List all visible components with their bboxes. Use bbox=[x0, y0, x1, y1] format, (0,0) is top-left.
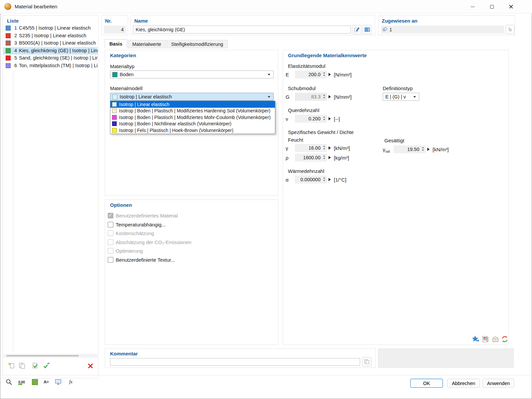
decimal-places-icon: 0,00 bbox=[18, 380, 25, 384]
rho-field[interactable]: 1600.00 bbox=[295, 154, 327, 162]
rename-button[interactable] bbox=[352, 25, 361, 34]
formula-button[interactable]: fx bbox=[66, 378, 75, 386]
list-item-label: Ton, mittelplastisch (TM) | Isotrop | Li… bbox=[19, 63, 98, 68]
material-color-swatch bbox=[6, 63, 11, 68]
material-color-swatch bbox=[6, 33, 11, 38]
gamma-sat-field[interactable]: 19.50 bbox=[394, 145, 426, 153]
spinner-arrows-icon[interactable] bbox=[323, 72, 325, 76]
tab-basis[interactable]: Basis bbox=[105, 39, 127, 48]
color-settings-button[interactable] bbox=[31, 378, 39, 386]
tab-materialwerte[interactable]: Materialwerte bbox=[128, 40, 166, 48]
dropdown-option-selected[interactable]: Isotrop | Linear elastisch bbox=[110, 101, 275, 108]
select-objects-button[interactable] bbox=[505, 25, 514, 34]
elastizitaetsmodul-label: Elastizitätsmodul bbox=[288, 63, 326, 69]
list-item[interactable]: 2 S235 | Isotrop | Linear elastisch bbox=[3, 32, 98, 40]
list-item[interactable]: 3 B500S(A) | Isotrop | Linear elastisch bbox=[3, 40, 98, 47]
g-unit: [N/mm²] bbox=[334, 94, 351, 100]
dropdown-option[interactable]: Isotrop | Boden | Nichtlinear elastisch … bbox=[110, 121, 275, 127]
dropdown-option[interactable]: Isotrop | Boden | Plastisch | Modifizier… bbox=[110, 108, 275, 114]
apply-button[interactable]: Anwenden bbox=[483, 379, 514, 388]
checkbox-benutzerdefinierte-textur[interactable] bbox=[108, 257, 113, 263]
material-library-button[interactable] bbox=[362, 25, 372, 34]
option-label: Isotrop | Boden | Nichtlinear elastisch … bbox=[119, 121, 231, 126]
materialmodell-combobox[interactable]: Isotrop | Linear elastisch bbox=[110, 93, 274, 101]
name-label: Name bbox=[134, 18, 148, 24]
g-symbol: G bbox=[286, 94, 290, 100]
kommentar-box: Kommentar bbox=[105, 348, 376, 368]
search-button[interactable] bbox=[5, 378, 13, 386]
nr-label: Nr. bbox=[105, 18, 112, 24]
close-button[interactable] bbox=[503, 0, 519, 13]
detail-arrow-button[interactable] bbox=[329, 95, 331, 98]
formula-fx-icon: fx bbox=[69, 379, 72, 385]
scrollbar-thumb[interactable] bbox=[6, 355, 79, 356]
minimize-button[interactable] bbox=[465, 0, 480, 13]
gamma-field[interactable]: 16.00 bbox=[295, 144, 327, 152]
list-item[interactable]: 6 Ton, mittelplastisch (TM) | Isotrop | … bbox=[3, 62, 98, 69]
ok-button[interactable]: OK bbox=[410, 379, 443, 388]
chevron-down-icon bbox=[268, 96, 270, 98]
detail-arrow-button[interactable] bbox=[329, 117, 331, 120]
material-catalog-button[interactable] bbox=[481, 335, 490, 343]
kennwerte-heading: Grundlegende Materialkennwerte bbox=[288, 53, 367, 58]
material-color-swatch bbox=[6, 26, 11, 31]
checkbox-label: Abschätzung der CO₂-Emissionen bbox=[116, 239, 192, 245]
assigned-group: Zugewiesen an 1 bbox=[378, 15, 515, 35]
detail-arrow-button[interactable] bbox=[329, 73, 331, 76]
materialtyp-combobox[interactable]: Boden bbox=[110, 70, 274, 78]
close-icon bbox=[509, 4, 513, 9]
materialmodell-value: Isotrop | Linear elastisch bbox=[120, 94, 172, 99]
spinner-arrows-icon[interactable] bbox=[422, 147, 424, 151]
kommentar-copy-button[interactable] bbox=[362, 357, 371, 366]
spinner-arrows-icon[interactable] bbox=[323, 146, 325, 150]
e-modulus-field[interactable]: 200.0 bbox=[295, 70, 327, 78]
spinner-arrows-icon[interactable] bbox=[323, 155, 325, 159]
sync-colors-button[interactable] bbox=[500, 335, 509, 343]
favorites-add-button[interactable] bbox=[471, 335, 480, 343]
list-item-selected[interactable]: 4 Kies, gleichkörnig (GE) | Isotrop | Li… bbox=[3, 47, 98, 55]
checkbox-label: Benutzerdefiniertes Material bbox=[116, 213, 178, 218]
package-button[interactable] bbox=[491, 335, 500, 343]
list-item[interactable]: 1 C45/55 | Isotrop | Linear elastisch bbox=[3, 25, 98, 32]
detail-arrow-button[interactable] bbox=[329, 156, 331, 159]
new-material-icon bbox=[8, 362, 15, 369]
definitionstyp-combobox[interactable]: E | (G) | ν bbox=[383, 93, 419, 101]
list-item[interactable]: 5 Sand, gleichkörnig (SE) | Isotrop | Li… bbox=[3, 55, 98, 62]
poisson-field[interactable]: 0.200 bbox=[295, 115, 327, 123]
display-settings-button[interactable] bbox=[54, 378, 63, 386]
tab-steifigkeitsmodifizierung[interactable]: Steifigkeitsmodifizierung bbox=[167, 40, 228, 48]
spinner-arrows-icon[interactable] bbox=[323, 116, 325, 120]
spinner-arrows-icon[interactable] bbox=[323, 177, 325, 181]
detail-arrow-button[interactable] bbox=[427, 148, 430, 151]
checkbox-temperaturabhaengig[interactable] bbox=[108, 222, 113, 227]
maximize-button[interactable] bbox=[484, 0, 499, 13]
cancel-button[interactable]: Abbrechen bbox=[447, 379, 480, 388]
option-label: Isotrop | Boden | Plastisch | Modifizier… bbox=[119, 115, 271, 120]
copy-material-button[interactable] bbox=[18, 361, 26, 370]
minimize-icon bbox=[471, 7, 474, 7]
import-material-button[interactable] bbox=[31, 361, 40, 370]
dropdown-option[interactable]: Isotrop | Boden | Plastisch | Modifizier… bbox=[110, 114, 275, 121]
materialtyp-swatch bbox=[112, 72, 117, 77]
rho-value: 1600.00 bbox=[303, 155, 321, 160]
new-material-button[interactable] bbox=[7, 361, 16, 370]
decimal-places-button[interactable]: 0,00 bbox=[17, 378, 26, 386]
nr-group: Nr. 4 bbox=[101, 15, 128, 35]
assigned-value: 1 bbox=[389, 27, 392, 32]
delete-material-button[interactable] bbox=[86, 361, 95, 370]
detail-arrow-button[interactable] bbox=[329, 178, 331, 181]
dropdown-option[interactable]: Isotrop | Fels | Plastisch | Hoek-Brown … bbox=[110, 127, 275, 134]
transfer-material-button[interactable] bbox=[42, 361, 51, 370]
definitionstyp-label: Definitionstyp bbox=[383, 85, 413, 91]
package-box-icon bbox=[491, 335, 499, 343]
units-settings-button[interactable]: A= bbox=[42, 378, 51, 386]
kommentar-input[interactable] bbox=[110, 358, 360, 366]
gewicht-label: Spezifisches Gewicht / Dichte bbox=[288, 129, 354, 135]
name-input[interactable] bbox=[133, 26, 351, 34]
gamma-sat-unit: [kN/m³] bbox=[433, 147, 449, 152]
monitor-icon bbox=[55, 378, 62, 386]
color-refresh-icon bbox=[501, 335, 509, 343]
alpha-field[interactable]: 0.000000 bbox=[295, 176, 327, 184]
materialmodell-dropdown: Isotrop | Linear elastisch Isotrop | Bod… bbox=[110, 101, 275, 134]
detail-arrow-button[interactable] bbox=[329, 146, 331, 150]
